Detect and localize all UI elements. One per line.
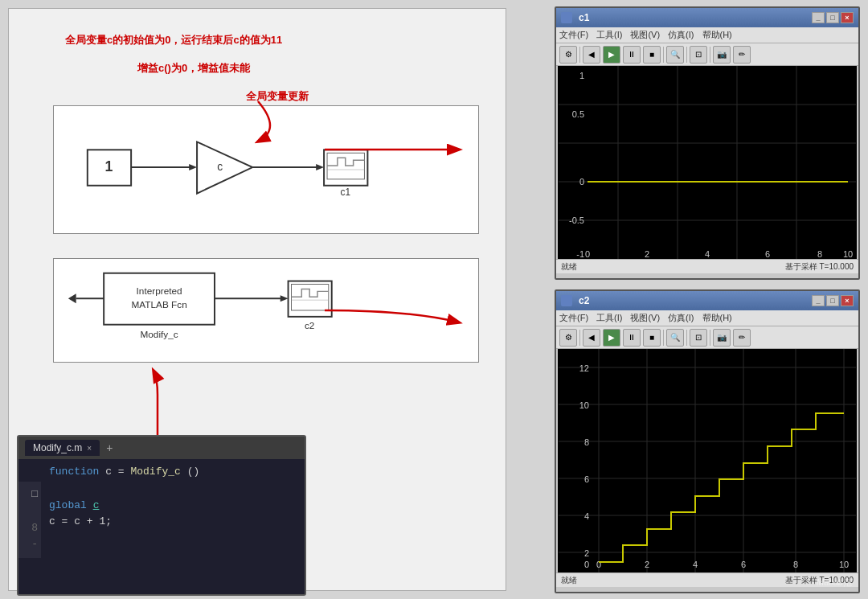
scope-c1-menu-sim[interactable]: 仿真(I) [668, 29, 694, 41]
scope-c1-edit-btn[interactable]: ✏ [733, 46, 751, 64]
code-editor-titlebar: Modify_c.m × + [18, 437, 305, 459]
svg-text:Modify_c: Modify_c [140, 329, 178, 340]
svg-text:MATLAB Fcn: MATLAB Fcn [131, 299, 186, 310]
svg-text:0: 0 [596, 560, 601, 569]
svg-text:6: 6 [584, 474, 589, 484]
scope-c2-zoom-btn[interactable]: 🔍 [666, 329, 684, 347]
annotation-line2: 增益c()为0，增益值未能 [137, 61, 250, 76]
svg-text:Interpreted: Interpreted [137, 285, 182, 297]
code-content-area[interactable]: function c = Modify_c () global c c = c … [44, 459, 305, 535]
scope-c1-status-right: 基于采样 T=10.000 [785, 261, 854, 273]
code-tab-add-icon[interactable]: + [106, 441, 113, 454]
scope-c2-menu-tools[interactable]: 工具(I) [596, 312, 622, 324]
scope-c1-menu-tools[interactable]: 工具(I) [596, 29, 622, 41]
svg-marker-4 [197, 142, 252, 193]
scope-c2-gear-btn[interactable]: ⚙ [559, 329, 577, 347]
svg-text:8: 8 [817, 249, 822, 259]
svg-marker-12 [68, 293, 76, 303]
scope-c1-gear-btn[interactable]: ⚙ [559, 46, 577, 64]
scope-c2-menu-sim[interactable]: 仿真(I) [668, 312, 694, 324]
scope-c2-icon [561, 295, 572, 306]
scope-c1-menu-view[interactable]: 视图(V) [630, 29, 660, 41]
scope-c1-toolbar: ⚙ ◀ ▶ ⏸ ■ 🔍 ⊡ 📷 ✏ [556, 43, 858, 66]
scope-c2-menubar: 文件(F) 工具(I) 视图(V) 仿真(I) 帮助(H) [556, 310, 858, 326]
svg-text:c1: c1 [340, 187, 350, 198]
svg-text:6: 6 [765, 249, 770, 259]
scope-c1-stop-btn[interactable]: ■ [643, 46, 661, 64]
scope-c2-menu-file[interactable]: 文件(F) [559, 312, 588, 324]
scope-c2-fit-btn[interactable]: ⊡ [690, 329, 707, 347]
svg-text:0: 0 [585, 249, 590, 259]
svg-rect-45 [559, 349, 856, 572]
svg-rect-24 [559, 66, 856, 259]
svg-text:10: 10 [579, 400, 589, 410]
scope-c1-maximize-btn[interactable]: □ [826, 12, 839, 23]
svg-text:8: 8 [793, 560, 798, 569]
scope-c2-toolbar-sep4 [710, 330, 710, 346]
svg-text:2: 2 [645, 560, 649, 569]
scope-c2-status-left: 就绪 [561, 575, 577, 586]
scope-c1-icon [561, 12, 572, 23]
code-tab-modify[interactable]: Modify_c.m × [25, 440, 100, 456]
scope-c2-menu-help[interactable]: 帮助(H) [702, 312, 732, 324]
svg-text:0: 0 [584, 560, 589, 569]
svg-text:-1: -1 [576, 249, 584, 259]
scope-c2-toolbar-sep3 [686, 330, 687, 346]
svg-text:0.5: 0.5 [572, 109, 584, 119]
code-line-4: c = c + 1; [49, 514, 300, 531]
svg-text:6: 6 [741, 560, 746, 569]
svg-text:0: 0 [579, 177, 584, 187]
scope-c1-step-btn[interactable]: ⏸ [623, 46, 641, 64]
svg-text:1: 1 [105, 158, 113, 174]
scope-c2-title: c2 [579, 295, 589, 306]
svg-text:10: 10 [839, 560, 849, 569]
scope-c1-menubar: 文件(F) 工具(I) 视图(V) 仿真(I) 帮助(H) [556, 27, 858, 43]
annotation-line1: 全局变量c的初始值为0，运行结束后c的值为11 [65, 33, 282, 47]
scope-c2-step-btn[interactable]: ⏸ [623, 329, 641, 347]
svg-text:8: 8 [584, 437, 589, 447]
scope-c2-play-btn[interactable]: ▶ [603, 329, 620, 347]
scope-c1-minimize-btn[interactable]: _ [812, 12, 825, 23]
scope-c1-toolbar-sep2 [663, 47, 664, 63]
scope-c2-menu-view[interactable]: 视图(V) [630, 312, 660, 324]
svg-text:4: 4 [693, 560, 698, 569]
simulink-lower-diagram: Interpreted MATLAB Fcn Modify_c c2 [53, 258, 479, 363]
scope-c1-window-buttons: _ □ × [812, 12, 854, 23]
scope-c2-titlebar: c2 _ □ × [556, 291, 858, 310]
scope-c1-menu-help[interactable]: 帮助(H) [702, 29, 732, 41]
code-tab-close-icon[interactable]: × [87, 444, 92, 453]
svg-text:-0.5: -0.5 [569, 215, 584, 225]
simulink-upper-diagram: 1 c c1 [53, 105, 479, 234]
scope-c2-camera-btn[interactable]: 📷 [713, 329, 731, 347]
scope-c2-toolbar: ⚙ ◀ ▶ ⏸ ■ 🔍 ⊡ 📷 ✏ [556, 326, 858, 349]
scope-c1-camera-btn[interactable]: 📷 [713, 46, 731, 64]
scope-c2-statusbar: 就绪 基于采样 T=10.000 [556, 572, 858, 587]
svg-text:10: 10 [843, 249, 853, 259]
scope-c2-window-buttons: _ □ × [812, 295, 854, 306]
scope-c2-close-btn[interactable]: × [841, 295, 854, 306]
scope-c1-plot: 1 0.5 0 -0.5 -1 0 2 4 6 8 10 [558, 66, 857, 259]
svg-text:2: 2 [584, 548, 589, 558]
scope-c1-titlebar: c1 _ □ × [556, 8, 858, 27]
code-line-1: function c = Modify_c () [49, 464, 300, 481]
scope-c1-menu-file[interactable]: 文件(F) [559, 29, 588, 41]
scope-c2-back-btn[interactable]: ◀ [583, 329, 600, 347]
code-line-2 [49, 481, 300, 498]
svg-text:2: 2 [645, 249, 649, 259]
code-line-3: global c [49, 498, 300, 515]
svg-text:c: c [217, 160, 223, 173]
scope-c1-play-btn[interactable]: ▶ [603, 46, 620, 64]
scope-c1-fit-btn[interactable]: ⊡ [690, 46, 707, 64]
svg-text:c2: c2 [305, 320, 314, 331]
svg-text:4: 4 [584, 511, 589, 521]
svg-text:1: 1 [579, 71, 584, 80]
scope-c1-back-btn[interactable]: ◀ [583, 46, 600, 64]
scope-c1-close-btn[interactable]: × [841, 12, 854, 23]
scope-c2-stop-btn[interactable]: ■ [643, 329, 661, 347]
scope-c2-maximize-btn[interactable]: □ [826, 295, 839, 306]
scope-c2-edit-btn[interactable]: ✏ [733, 329, 751, 347]
scope-c1-toolbar-sep4 [710, 47, 710, 63]
scope-c2-minimize-btn[interactable]: _ [812, 295, 825, 306]
svg-text:12: 12 [579, 363, 589, 373]
scope-c1-zoom-btn[interactable]: 🔍 [666, 46, 684, 64]
